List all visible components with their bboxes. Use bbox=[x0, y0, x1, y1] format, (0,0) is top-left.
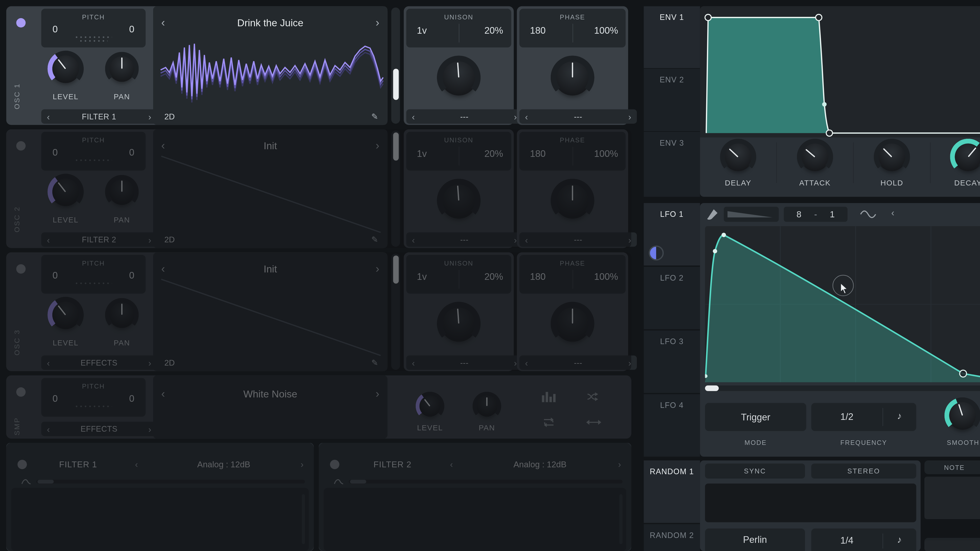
osc2-phase-knob[interactable] bbox=[554, 183, 590, 219]
phase-random-value[interactable]: 100% bbox=[594, 148, 618, 159]
phase-value[interactable]: 180 bbox=[530, 271, 546, 282]
osc2-frame-slider[interactable] bbox=[391, 130, 400, 247]
frame-slider-handle[interactable] bbox=[393, 68, 398, 100]
unison-dest-value[interactable]: --- bbox=[460, 235, 469, 244]
prev-icon[interactable]: ‹ bbox=[47, 235, 50, 244]
wavetable-name[interactable]: Init bbox=[264, 141, 277, 152]
filter1-power-button[interactable] bbox=[18, 460, 27, 469]
osc2-power-button[interactable] bbox=[16, 141, 26, 151]
pitch-snap-dots[interactable] bbox=[75, 159, 111, 161]
osc2-level-knob[interactable] bbox=[51, 178, 80, 206]
next-icon[interactable]: › bbox=[301, 460, 304, 468]
env-attack-knob[interactable] bbox=[800, 142, 829, 171]
loop-icon[interactable] bbox=[541, 416, 556, 428]
lfo-mode-button[interactable]: Trigger bbox=[705, 403, 806, 431]
pitch-tune-value[interactable]: 0 bbox=[129, 24, 134, 35]
env-delay-knob[interactable] bbox=[724, 142, 752, 171]
osc3-phase-dest-selector[interactable]: ‹ --- › bbox=[519, 355, 637, 370]
random-stereo-button[interactable]: STEREO bbox=[811, 464, 916, 478]
random-style-selector[interactable]: Perlin bbox=[705, 529, 805, 551]
sampler-pitch-box[interactable]: PITCH 0 0 bbox=[41, 378, 146, 417]
osc2-routing-selector[interactable]: ‹ FILTER 2 › bbox=[41, 232, 157, 247]
osc1-unison-knob[interactable] bbox=[441, 59, 477, 96]
osc1-power-button[interactable] bbox=[16, 18, 26, 27]
prev-icon[interactable]: ‹ bbox=[525, 235, 528, 244]
tab-env2[interactable]: ENV 2 bbox=[644, 68, 700, 131]
osc1-wavetable-display[interactable]: ‹ Drink the Juice › 2D ✎ bbox=[153, 6, 387, 125]
envelope-editor[interactable] bbox=[700, 6, 980, 137]
unison-dest-value[interactable]: --- bbox=[460, 112, 469, 121]
unison-dest-value[interactable]: --- bbox=[460, 358, 469, 367]
phase-value[interactable]: 180 bbox=[530, 25, 546, 36]
next-icon[interactable]: › bbox=[514, 112, 517, 121]
wavetable-name[interactable]: Drink the Juice bbox=[237, 17, 304, 29]
prev-icon[interactable]: ‹ bbox=[525, 112, 528, 121]
random-sync-button[interactable]: SYNC bbox=[705, 464, 805, 478]
osc1-pan-knob[interactable] bbox=[109, 56, 135, 82]
osc2-unison-box[interactable]: UNISON 1v 20% bbox=[406, 132, 511, 171]
lfo-phase-slider[interactable] bbox=[705, 386, 980, 391]
osc1-frame-slider[interactable] bbox=[391, 7, 400, 124]
unison-detune-value[interactable]: 20% bbox=[484, 271, 503, 282]
next-icon[interactable]: › bbox=[148, 112, 151, 121]
blend-slider-handle[interactable] bbox=[38, 480, 54, 484]
wavetable-edit-icon[interactable]: ✎ bbox=[371, 358, 378, 367]
random-display[interactable] bbox=[705, 484, 916, 522]
lfo-frequency-control[interactable]: 1/2 ♪ bbox=[811, 403, 916, 431]
next-icon[interactable]: › bbox=[618, 460, 621, 468]
prev-lfo-shape-icon[interactable]: ‹ bbox=[891, 208, 894, 218]
osc3-power-button[interactable] bbox=[16, 264, 26, 274]
unison-detune-value[interactable]: 20% bbox=[484, 148, 503, 159]
prev-icon[interactable]: ‹ bbox=[412, 358, 415, 367]
tab-lfo3[interactable]: LFO 3 bbox=[644, 330, 700, 393]
filter2-model-value[interactable]: Analog : 12dB bbox=[514, 460, 566, 469]
next-wavetable-icon[interactable]: › bbox=[375, 263, 380, 274]
pitch-transpose-value[interactable]: 0 bbox=[52, 270, 58, 281]
filter2-response-display[interactable] bbox=[324, 488, 626, 551]
osc3-pitch-box[interactable]: PITCH 0 0 bbox=[41, 255, 146, 294]
next-icon[interactable]: › bbox=[148, 424, 151, 433]
osc3-pan-knob[interactable] bbox=[109, 302, 135, 328]
prev-icon[interactable]: ‹ bbox=[135, 460, 138, 468]
osc1-phase-box[interactable]: PHASE 180 100% bbox=[519, 9, 625, 48]
pitch-tune-value[interactable]: 0 bbox=[129, 270, 134, 281]
filter1-response-display[interactable] bbox=[11, 488, 309, 551]
filter2-mix-slider[interactable] bbox=[619, 494, 622, 544]
sampler-level-knob[interactable] bbox=[419, 395, 441, 416]
sampler-routing-selector[interactable]: ‹ EFFECTS › bbox=[41, 422, 157, 436]
tab-env3[interactable]: ENV 3 bbox=[644, 132, 700, 197]
osc2-pan-knob[interactable] bbox=[109, 179, 135, 205]
osc2-pitch-box[interactable]: PITCH 0 0 bbox=[41, 132, 146, 171]
next-icon[interactable]: › bbox=[148, 235, 151, 244]
prev-icon[interactable]: ‹ bbox=[412, 112, 415, 121]
filter2-blend-slider[interactable] bbox=[349, 480, 623, 484]
mod-source-note[interactable]: NOTE bbox=[924, 460, 980, 474]
lfo-paint-pattern[interactable] bbox=[724, 207, 779, 222]
tab-random2[interactable]: RANDOM 2 bbox=[644, 524, 700, 551]
pitch-transpose-value[interactable]: 0 bbox=[52, 24, 58, 35]
prev-wavetable-icon[interactable]: ‹ bbox=[161, 140, 165, 151]
env-decay-knob[interactable] bbox=[954, 142, 980, 171]
note-icon[interactable]: ♪ bbox=[897, 534, 902, 545]
prev-icon[interactable]: ‹ bbox=[412, 235, 415, 244]
pitch-tune-value[interactable]: 0 bbox=[129, 147, 134, 158]
blend-slider-handle[interactable] bbox=[350, 480, 366, 484]
filter1-mix-slider[interactable] bbox=[302, 494, 305, 544]
smooth-curve-icon[interactable] bbox=[860, 209, 878, 219]
osc2-wavetable-display[interactable]: ‹ Init › 2D ✎ bbox=[153, 129, 387, 248]
wavetable-dimension-toggle[interactable]: 2D bbox=[164, 358, 175, 367]
lfo-phase-style-icon[interactable] bbox=[649, 245, 664, 260]
osc1-phase-dest-selector[interactable]: ‹ --- › bbox=[519, 110, 637, 124]
osc3-routing-value[interactable]: EFFECTS bbox=[81, 358, 118, 367]
wavetable-dimension-toggle[interactable]: 2D bbox=[164, 235, 175, 245]
grid-cols-value[interactable]: 1 bbox=[830, 209, 835, 219]
keytrack-icon[interactable] bbox=[541, 391, 556, 402]
osc3-phase-knob[interactable] bbox=[554, 306, 590, 342]
osc3-phase-box[interactable]: PHASE 180 100% bbox=[519, 255, 625, 294]
grid-rows-value[interactable]: 8 bbox=[797, 209, 801, 219]
osc3-frame-slider[interactable] bbox=[391, 254, 400, 370]
unison-voices-value[interactable]: 1v bbox=[417, 271, 427, 282]
next-wavetable-icon[interactable]: › bbox=[375, 140, 380, 151]
phase-dest-value[interactable]: --- bbox=[574, 112, 582, 121]
osc1-level-knob[interactable] bbox=[51, 54, 80, 83]
